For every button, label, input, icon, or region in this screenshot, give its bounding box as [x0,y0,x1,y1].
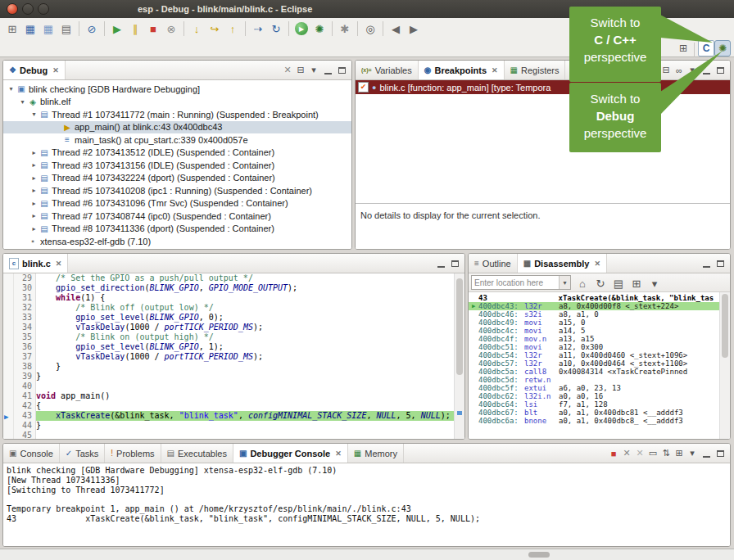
tree-expander-icon[interactable]: ▸ [29,225,39,233]
tree-expander-icon[interactable]: ▸ [29,187,39,194]
code-line[interactable]: vTaskDelay(1000 / portTICK_PERIOD_MS); [36,323,464,332]
print-button[interactable]: ▤ [57,20,75,38]
editor-scrollbar[interactable] [454,273,464,439]
debug-button[interactable]: ✺ [310,20,328,38]
tree-expander-icon[interactable]: ▸ [29,161,39,169]
combo-dropdown-icon[interactable]: ▾ [559,276,570,289]
debug-tree-row[interactable]: ▸▤Thread #5 1073410208 (ipc1 : Running) … [3,184,351,197]
code-line[interactable]: while(1) { [36,293,464,303]
tab-variables[interactable]: (x)=Variables [356,61,419,79]
close-button[interactable] [7,3,18,15]
debug-tree-row[interactable]: ▸▤Thread #6 1073431096 (Tmr Svc) (Suspen… [3,197,351,210]
disassembly-row[interactable]: 400dbc62:l32i.na0, a0, 16 [469,392,720,400]
save-all-button[interactable]: ▦ [39,20,57,38]
close-tab-icon[interactable]: ✕ [594,260,600,268]
breakpoint-row[interactable]: ✔ ● blink.c [function: app_main] [type: … [356,80,730,94]
disassembly-listing[interactable]: 43 xTaskCreate(&blink_task, "blink_tas▶4… [469,294,720,425]
close-tab-icon[interactable]: ✕ [52,66,59,75]
code-line[interactable]: } [36,372,464,382]
step-return-button[interactable]: ↑ [224,20,242,38]
terminate-button[interactable]: ■ [144,20,162,38]
debug-tree-row[interactable]: ▾▣blink checking [GDB Hardware Debugging… [3,83,351,96]
code-line[interactable]: } [36,421,464,431]
code-line[interactable]: /* Blink off (output low) */ [36,303,464,313]
debug-tree[interactable]: ▾▣blink checking [GDB Hardware Debugging… [3,80,351,249]
show-source-icon[interactable]: ▤ [609,274,628,292]
cpp-perspective-button[interactable]: C [698,40,714,56]
code-line[interactable] [36,431,464,439]
skip-all-breakpoints-button[interactable]: ⊘ [83,20,101,38]
tree-expander-icon[interactable]: ▸ [29,174,39,182]
code-line[interactable]: { [36,401,464,411]
terminate-icon[interactable]: ■ [607,447,620,460]
minimize-icon[interactable] [703,449,710,458]
tab-tasks[interactable]: ✓Tasks [60,444,106,463]
maximize-icon[interactable] [717,67,724,74]
code-line[interactable]: gpio_set_level(BLINK_GPIO, 1); [36,342,464,352]
disassembly-row[interactable]: 400dbc49:movia15, 0 [469,318,720,327]
tree-expander-icon[interactable]: ▸ [29,149,39,156]
debug-perspective-button[interactable]: ✺ [714,40,731,56]
suspend-button[interactable]: ∥ [126,20,144,38]
tab-executables[interactable]: ▤Executables [161,444,233,463]
code-line[interactable]: vTaskDelay(1000 / portTICK_PERIOD_MS); [36,352,464,362]
code-line[interactable]: /* Set the GPIO as a push/pull output */ [36,273,464,283]
remove-all-terminated-icon[interactable]: ✕ [281,64,294,77]
disassembly-row[interactable]: 400dbc64:lsif7, a1, 128 [469,400,720,409]
minimize-icon[interactable] [703,66,710,75]
debug-tree-row[interactable]: ▸▤Thread #2 1073413512 (IDLE) (Suspended… [3,147,351,160]
drop-to-frame-button[interactable]: ↻ [267,20,285,38]
maximize-button[interactable] [38,3,49,15]
open-console-icon[interactable]: ⊞ [673,447,686,460]
view-menu-icon[interactable]: ▾ [646,274,664,292]
tab-registers[interactable]: ▦Registers [505,61,566,79]
external-tools-button[interactable]: ✱ [336,20,354,38]
minimize-icon[interactable] [437,260,445,268]
minimize-icon[interactable] [324,66,332,75]
disassembly-row[interactable]: 400dbc5f:extuia6, a0, 23, 13 [469,384,720,392]
view-menu-icon[interactable]: ▾ [307,64,320,77]
location-combo[interactable]: ▾ [471,275,571,290]
tree-expander-icon[interactable]: ▾ [29,111,39,118]
editor-code[interactable]: /* Set the GPIO as a push/pull output */… [36,273,464,439]
disassembly-row[interactable]: 400dbc5d:retw.n [469,376,720,384]
disassembly-row[interactable]: 400dbc5a:call80x40084314 <xTaskCreatePin… [469,368,720,376]
tab-disassembly[interactable]: ▦Disassembly✕ [518,254,607,273]
step-into-button[interactable]: ↓ [188,20,206,38]
disassembly-row[interactable]: 400dbc57:l32ra10, 0x400d0464 <_stext+110… [469,359,720,368]
tab-debugger-console[interactable]: ▣Debugger Console✕ [233,444,348,463]
disassembly-row[interactable]: 400dbc54:l32ra11, 0x400d0460 <_stext+109… [469,351,720,359]
code-line[interactable]: gpio_set_direction(BLINK_GPIO, GPIO_MODE… [36,283,464,293]
tree-expander-icon[interactable]: ▸ [29,200,39,207]
forward-button[interactable]: ▶ [405,20,423,38]
debug-tree-row[interactable]: ▾◈blink.elf [3,96,351,109]
maximize-icon[interactable] [451,260,459,267]
view-menu-icon[interactable]: ▾ [686,64,699,77]
maximize-icon[interactable] [717,260,724,267]
tab-blink-c[interactable]: cblink.c✕ [3,254,68,273]
search-button[interactable]: ◎ [361,20,379,38]
code-line[interactable] [36,382,464,391]
code-line[interactable]: } [36,362,464,372]
link-with-debug-view-icon[interactable]: ∞ [673,64,686,77]
debug-tree-row[interactable]: ≡main_task() at cpu_start.c:339 0x400d05… [3,133,351,147]
new-wizard-button[interactable]: ⊞ [3,20,21,38]
code-line[interactable]: xTaskCreate(&blink_task, "blink_task", c… [36,411,464,421]
debug-tree-row[interactable]: ▶app_main() at blink.c:43 0x400dbc43 [3,121,351,134]
collapse-all-icon[interactable]: ⊟ [294,64,307,77]
open-perspective-button[interactable]: ⊞ [676,41,691,56]
close-tab-icon[interactable]: ✕ [56,260,62,268]
debug-tree-row[interactable]: ▪xtensa-esp32-elf-gdb (7.10) [3,235,351,248]
run-button[interactable]: ▶ [295,22,308,35]
disassembly-row[interactable]: 400dbc46:s32ia8, a1, 0 [469,310,720,318]
code-line[interactable]: void app_main() [36,391,464,401]
tree-expander-icon[interactable]: ▾ [18,98,27,106]
tree-expander-icon[interactable]: ▾ [7,85,16,93]
scroll-lock-icon[interactable]: ⇅ [659,447,673,460]
step-over-button[interactable]: ↪ [206,20,224,38]
location-input[interactable] [472,278,559,287]
maximize-icon[interactable] [338,67,346,74]
tab-memory[interactable]: ▦Memory [348,444,404,463]
close-tab-icon[interactable]: ✕ [335,449,342,458]
view-menu-icon[interactable]: ▾ [686,447,699,460]
